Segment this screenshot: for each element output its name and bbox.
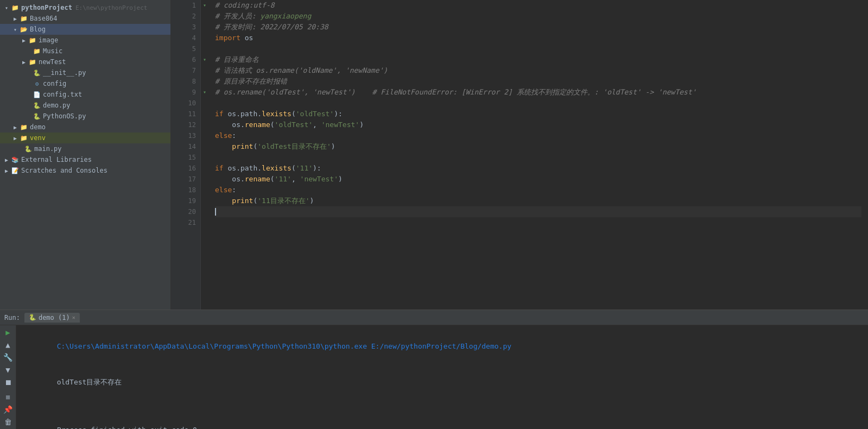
folder-icon-newTest: 📁: [28, 58, 37, 66]
fold-18: [201, 185, 208, 195]
sidebar-item-Blog[interactable]: ▾ 📂 Blog: [0, 24, 170, 35]
expand-arrow-demo-folder[interactable]: ▶: [11, 124, 20, 130]
line-num-15: 15: [175, 152, 196, 163]
line-num-9: 9: [175, 87, 196, 98]
expand-arrow-pythonProject[interactable]: ▾: [2, 5, 11, 11]
output-line-3: [23, 400, 861, 412]
run-tab-close[interactable]: ✕: [72, 314, 75, 320]
sidebar-item-image[interactable]: ▶ 📁 image: [0, 35, 170, 46]
sidebar-item-Base864[interactable]: ▶ 📁 Base864: [0, 13, 170, 24]
expand-arrow-image[interactable]: ▶: [20, 37, 28, 43]
code-line-10: [215, 98, 861, 109]
fold-19: [201, 195, 208, 206]
fold-gutter: ▾ ▾ ▾: [201, 0, 208, 310]
scratch-icon: 📝: [11, 166, 20, 175]
expand-arrow-newTest[interactable]: ▶: [20, 59, 28, 65]
expand-arrow-venv[interactable]: ▶: [11, 135, 20, 141]
sidebar-label-image: image: [39, 36, 58, 44]
fold-9[interactable]: ▾: [201, 87, 208, 98]
text-cursor: [215, 208, 216, 216]
code-line-9: # os.rename('oldTest', 'newTest') # File…: [215, 87, 861, 98]
sidebar-label-config: config: [43, 80, 66, 87]
sidebar-item-main[interactable]: 🐍 main.py: [0, 143, 170, 154]
run-content: ▶ ▲ 🔧 ▼ ⏹ ≡ 📌 🗑 C:\Users\Administrator\A…: [0, 325, 868, 429]
sidebar-item-ext-lib[interactable]: ▶ 📚 External Libraries: [0, 154, 170, 165]
output-line-1: C:\Users\Administrator\AppData\Local\Pro…: [23, 329, 861, 364]
sidebar-item-newTest[interactable]: ▶ 📁 newTest: [0, 56, 170, 67]
line-num-21: 21: [175, 217, 196, 228]
fold-8: [201, 76, 208, 87]
fold-5: [201, 43, 208, 54]
sidebar-item-scratches[interactable]: ▶ 📝 Scratches and Consoles: [0, 165, 170, 176]
ext-lib-icon: 📚: [11, 155, 20, 164]
sidebar-label-Blog: Blog: [30, 26, 46, 33]
line-num-1: 1: [175, 0, 196, 11]
folder-icon-Base864: 📁: [20, 14, 28, 23]
output-line-4: Process finished with exit code 0: [23, 412, 861, 429]
sidebar-label-PythonOS: PythonOS.py: [43, 112, 86, 120]
line-num-7: 7: [175, 65, 196, 76]
fold-2: [201, 11, 208, 22]
code-line-15: [215, 152, 861, 163]
expand-arrow-Base864[interactable]: ▶: [11, 16, 20, 22]
run-tab-demo[interactable]: 🐍 demo (1) ✕: [24, 313, 80, 323]
line-num-18: 18: [175, 185, 196, 195]
sidebar: ▾ 📁 pythonProject E:\new\pythonProject ▶…: [0, 0, 171, 310]
folder-icon-image: 📁: [28, 36, 37, 45]
code-line-11: if os.path.lexists('oldTest'):: [215, 109, 861, 119]
fold-13: [201, 130, 208, 141]
sidebar-item-Music[interactable]: 📁 Music: [0, 46, 170, 56]
stop-button[interactable]: ⏹: [2, 377, 14, 388]
sidebar-label-Base864: Base864: [30, 15, 58, 22]
line-num-12: 12: [175, 119, 196, 130]
sidebar-item-init[interactable]: 🐍 __init__.py: [0, 67, 170, 78]
sidebar-item-venv[interactable]: ▶ 📁 venv: [0, 133, 170, 143]
code-line-5: [215, 43, 861, 54]
bottom-panel: Run: 🐍 demo (1) ✕ ▶ ▲ 🔧 ▼ ⏹ ≡ 📌 🗑 C:\Use…: [0, 310, 868, 429]
sidebar-label-venv: venv: [30, 134, 46, 142]
code-line-16: if os.path.lexists('11'):: [215, 163, 861, 174]
fold-15: [201, 152, 208, 163]
sidebar-item-demo-py[interactable]: 🐍 demo.py: [0, 100, 170, 111]
sidebar-item-config[interactable]: ⚙ config: [0, 78, 170, 89]
sidebar-label-init: __init__.py: [43, 69, 86, 77]
sidebar-label-demo-folder: demo: [30, 123, 46, 131]
fold-6[interactable]: ▾: [201, 54, 208, 65]
clear-button[interactable]: 🗑: [2, 417, 14, 427]
line-num-19: 19: [175, 195, 196, 206]
line-num-13: 13: [175, 130, 196, 141]
pin-button[interactable]: 📌: [2, 404, 14, 414]
sidebar-item-config-txt[interactable]: 📄 config.txt: [0, 89, 170, 100]
fold-10: [201, 98, 208, 109]
sidebar-item-PythonOS[interactable]: 🐍 PythonOS.py: [0, 111, 170, 122]
scroll-up-button[interactable]: ▲: [2, 340, 14, 350]
fold-14: [201, 141, 208, 152]
sidebar-label-main: main.py: [34, 145, 62, 153]
line-num-8: 8: [175, 76, 196, 87]
run-label: Run:: [4, 314, 20, 321]
line-num-6: 6: [175, 54, 196, 65]
scroll-down-button[interactable]: ▼: [2, 365, 14, 375]
code-content[interactable]: # coding:utf-8 # 开发人员: yangxiaopeng # 开发…: [208, 0, 868, 310]
settings-button[interactable]: ≡: [2, 392, 14, 402]
expand-arrow-ext-lib[interactable]: ▶: [2, 157, 11, 163]
py-icon-PythonOS: 🐍: [33, 112, 41, 121]
expand-arrow-scratches[interactable]: ▶: [2, 168, 11, 174]
run-button[interactable]: ▶: [2, 327, 14, 338]
sidebar-label-newTest: newTest: [39, 58, 66, 66]
code-line-6: # 目录重命名: [215, 54, 861, 65]
expand-arrow-Blog[interactable]: ▾: [11, 27, 20, 33]
sidebar-item-pythonProject[interactable]: ▾ 📁 pythonProject E:\new\pythonProject: [0, 2, 170, 13]
sidebar-label-pythonProject: pythonProject: [21, 4, 72, 11]
code-line-19: print('11目录不存在'): [215, 195, 861, 206]
line-num-16: 16: [175, 163, 196, 174]
sidebar-item-demo-folder[interactable]: ▶ 📁 demo: [0, 122, 170, 133]
run-toolbar: ▶ ▲ 🔧 ▼ ⏹ ≡ 📌 🗑: [0, 325, 16, 429]
run-tab-name: demo (1): [39, 314, 70, 321]
fold-1[interactable]: ▾: [201, 0, 208, 11]
py-icon-init: 🐍: [33, 68, 41, 77]
line-num-11: 11: [175, 109, 196, 119]
rerun-button[interactable]: 🔧: [2, 352, 14, 363]
code-area: 1 2 3 4 5 6 7 8 9 10 11 12 13 14 15 16 1…: [171, 0, 868, 310]
code-editor[interactable]: 1 2 3 4 5 6 7 8 9 10 11 12 13 14 15 16 1…: [171, 0, 868, 310]
